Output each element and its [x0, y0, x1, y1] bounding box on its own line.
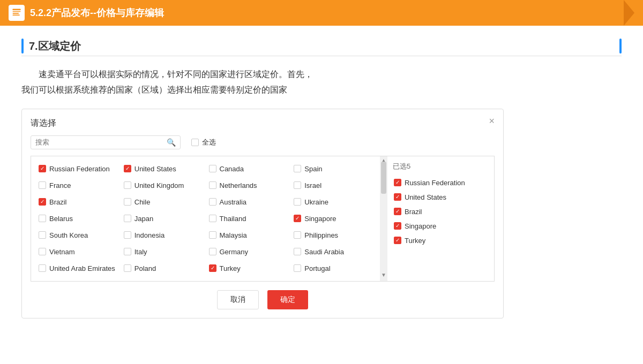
country-checkbox[interactable] — [209, 248, 216, 255]
country-checkbox[interactable] — [124, 181, 131, 189]
country-checkbox[interactable] — [124, 264, 131, 272]
country-item[interactable]: Brazil — [35, 194, 121, 210]
search-box[interactable]: 🔍 — [31, 135, 181, 149]
country-item[interactable]: Russian Federation — [35, 161, 121, 177]
selected-checkbox[interactable] — [394, 193, 401, 201]
country-checkbox[interactable] — [294, 248, 301, 255]
svg-rect-1 — [13, 11, 21, 12]
search-input[interactable] — [35, 138, 167, 146]
selected-list: Russian FederationUnited StatesBrazilSin… — [393, 176, 489, 248]
country-checkbox[interactable] — [39, 198, 46, 206]
selected-item: Singapore — [393, 219, 489, 233]
country-checkbox[interactable] — [209, 181, 216, 189]
select-all-row[interactable]: 全选 — [191, 138, 216, 147]
country-item[interactable]: Portugal — [290, 260, 376, 277]
country-checkbox[interactable] — [209, 198, 216, 206]
scrollbar[interactable]: ▲ ▼ — [380, 156, 387, 282]
country-checkbox[interactable] — [124, 165, 131, 172]
selected-label: United States — [405, 193, 446, 201]
dialog-body: Russian FederationUnited StatesCanadaSpa… — [31, 156, 495, 282]
svg-rect-2 — [13, 13, 19, 14]
country-item[interactable]: France — [35, 177, 121, 194]
country-label: Saudi Arabia — [304, 248, 344, 256]
selected-checkbox[interactable] — [394, 237, 401, 244]
scrollbar-thumb[interactable] — [381, 162, 386, 194]
country-item[interactable]: United Kingdom — [121, 177, 206, 194]
country-item[interactable]: Canada — [206, 161, 291, 177]
section-title-right-bar — [619, 39, 622, 54]
section-title: 7.区域定价 — [29, 39, 614, 54]
confirm-button[interactable]: 确定 — [267, 290, 308, 309]
country-label: Australia — [220, 198, 247, 206]
selected-checkbox[interactable] — [394, 179, 401, 186]
country-label: Netherlands — [220, 181, 257, 189]
country-checkbox[interactable] — [39, 231, 46, 239]
country-checkbox[interactable] — [39, 181, 46, 189]
country-item[interactable]: Turkey — [206, 260, 291, 277]
top-header: 5.2.2产品发布--价格与库存编辑 — [0, 0, 643, 26]
country-checkbox[interactable] — [124, 215, 131, 222]
country-item[interactable]: Australia — [206, 194, 291, 210]
country-checkbox[interactable] — [294, 231, 301, 239]
country-item[interactable]: United States — [121, 161, 206, 177]
country-checkbox[interactable] — [39, 165, 46, 172]
selected-checkbox[interactable] — [394, 222, 401, 230]
country-checkbox[interactable] — [39, 215, 46, 222]
country-item[interactable]: Saudi Arabia — [290, 244, 376, 260]
country-item[interactable]: Belarus — [35, 210, 121, 227]
country-checkbox[interactable] — [294, 181, 301, 189]
country-item[interactable]: Indonesia — [121, 227, 206, 244]
country-label: Philippines — [304, 231, 338, 239]
country-item[interactable]: Netherlands — [206, 177, 291, 194]
country-checkbox[interactable] — [294, 264, 301, 272]
country-checkbox[interactable] — [294, 165, 301, 172]
scrollbar-down-arrow[interactable]: ▼ — [380, 271, 387, 279]
country-label: South Korea — [49, 231, 88, 239]
selected-item: Turkey — [393, 233, 489, 248]
cancel-button[interactable]: 取消 — [217, 290, 259, 309]
country-checkbox[interactable] — [209, 215, 216, 222]
country-item[interactable]: Poland — [121, 260, 206, 277]
search-row: 🔍 全选 — [31, 135, 495, 149]
country-item[interactable]: South Korea — [35, 227, 121, 244]
country-item[interactable]: Italy — [121, 244, 206, 260]
country-item[interactable]: Ukraine — [290, 194, 376, 210]
country-checkbox[interactable] — [209, 231, 216, 239]
country-item[interactable]: Chile — [121, 194, 206, 210]
country-checkbox[interactable] — [209, 264, 216, 272]
country-item[interactable]: United Arab Emirates — [35, 260, 121, 277]
select-all-label: 全选 — [202, 138, 216, 147]
country-checkbox[interactable] — [124, 231, 131, 239]
country-list-area: Russian FederationUnited StatesCanadaSpa… — [31, 156, 380, 282]
header-icon — [9, 5, 25, 21]
country-label: Russian Federation — [49, 165, 110, 173]
country-checkbox[interactable] — [39, 248, 46, 255]
country-label: Chile — [134, 198, 151, 206]
country-checkbox[interactable] — [39, 264, 46, 272]
country-label: Indonesia — [134, 231, 165, 239]
country-label: Israel — [304, 181, 322, 189]
selected-label: Russian Federation — [405, 179, 465, 187]
dialog-close-button[interactable]: × — [489, 116, 495, 127]
country-checkbox[interactable] — [294, 198, 301, 206]
country-checkbox[interactable] — [209, 165, 216, 172]
country-item[interactable]: Malaysia — [206, 227, 291, 244]
country-label: Poland — [134, 264, 156, 272]
country-item[interactable]: Spain — [290, 161, 376, 177]
country-item[interactable]: Singapore — [290, 210, 376, 227]
country-checkbox[interactable] — [124, 198, 131, 206]
country-item[interactable]: Israel — [290, 177, 376, 194]
country-checkbox[interactable] — [294, 215, 301, 222]
country-item[interactable]: Vietnam — [35, 244, 121, 260]
selected-item: United States — [393, 190, 489, 204]
country-label: United Arab Emirates — [49, 264, 115, 272]
country-item[interactable]: Germany — [206, 244, 291, 260]
selected-checkbox[interactable] — [394, 208, 401, 215]
country-checkbox[interactable] — [124, 248, 131, 255]
country-item[interactable]: Thailand — [206, 210, 291, 227]
country-item[interactable]: Japan — [121, 210, 206, 227]
description: 速卖通平台可以根据实际的情况，针对不同的国家进行区域定价。首先， 我们可以根据系… — [21, 67, 622, 98]
page-title: 5.2.2产品发布--价格与库存编辑 — [30, 6, 624, 19]
select-all-checkbox[interactable] — [191, 139, 199, 146]
country-item[interactable]: Philippines — [290, 227, 376, 244]
